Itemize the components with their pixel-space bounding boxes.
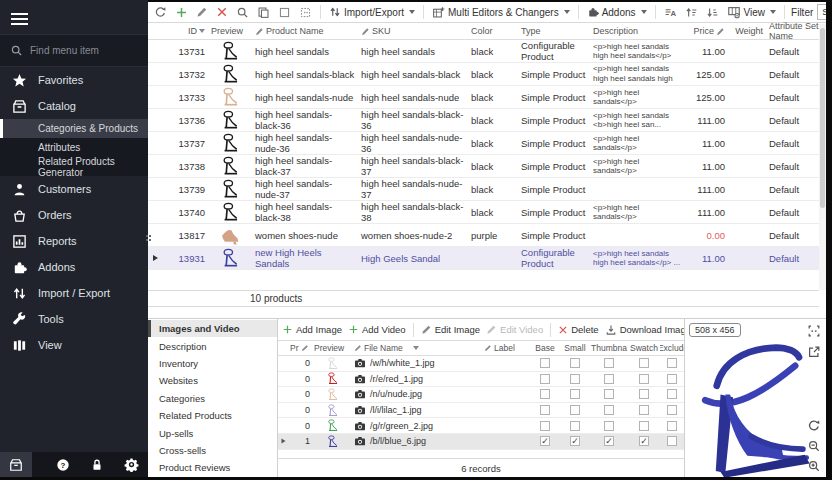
cell-price[interactable]: 11.00 <box>686 161 728 172</box>
actual-size-icon[interactable] <box>807 324 821 338</box>
add-product-button[interactable] <box>173 5 190 20</box>
store-icon[interactable] <box>0 452 32 477</box>
category-filter-select[interactable]: Show products from selected categories <box>817 4 826 20</box>
row-expander[interactable] <box>148 255 162 261</box>
cell-file-name[interactable]: /b/l/blue_6.jpg <box>352 436 482 446</box>
settings-gear-icon[interactable] <box>114 457 148 472</box>
column-swatch[interactable]: Swatch <box>628 343 660 353</box>
cell-sku[interactable]: high heel sandals-nude <box>358 92 468 103</box>
cell-priority[interactable]: 0 <box>288 374 312 384</box>
column-sku[interactable]: SKU <box>358 26 468 36</box>
swatch-checkbox[interactable] <box>639 389 649 399</box>
swatch-checkbox[interactable]: ✓ <box>639 436 649 446</box>
cell-sku[interactable]: high heel sandals-black-38 <box>358 201 468 223</box>
base-checkbox[interactable] <box>540 389 550 399</box>
cell-file-name[interactable]: /w/h/white_1.jpg <box>352 358 482 368</box>
column-base[interactable]: Base <box>530 343 560 353</box>
exclude-checkbox[interactable] <box>667 358 677 368</box>
swatch-checkbox[interactable] <box>639 358 649 368</box>
image-row[interactable]: 0 /g/r/green_2.jpg <box>278 418 684 434</box>
product-row[interactable]: 13931 new High Heels Sandals High Geels … <box>148 247 826 270</box>
sidebar-subitem-related-products-generator[interactable]: Related Products Generator <box>0 157 148 176</box>
import-export-dropdown[interactable]: Import/Export <box>327 5 417 19</box>
hamburger-menu-button[interactable] <box>0 0 148 34</box>
row-expander[interactable] <box>278 438 288 444</box>
add-video-button[interactable]: Add Video <box>347 323 407 336</box>
expand-rows-button[interactable] <box>683 5 700 20</box>
cell-sku[interactable]: high heel sandals-black-36 <box>358 109 468 131</box>
small-checkbox[interactable]: ✓ <box>570 436 580 446</box>
product-row[interactable]: 13740 high heel sandals-black-38 high he… <box>148 201 826 224</box>
tab-description[interactable]: Description <box>148 337 277 354</box>
sidebar-item-customers[interactable]: Customers <box>0 176 148 202</box>
tab-related-products[interactable]: Related Products <box>148 407 277 424</box>
thumbnail-checkbox[interactable] <box>604 421 614 431</box>
base-checkbox[interactable] <box>540 421 550 431</box>
sidebar-item-catalog[interactable]: Catalog <box>0 93 148 119</box>
cell-price[interactable]: 125.00 <box>686 92 728 103</box>
cell-price[interactable]: 11.00 <box>686 253 728 264</box>
cell-priority[interactable]: 1 <box>288 436 312 446</box>
image-row[interactable]: 0 /r/e/red_1.jpg <box>278 372 684 388</box>
sidebar-item-addons[interactable]: Addons <box>0 254 148 280</box>
cell-sku[interactable]: high heel sandals-black <box>358 69 468 80</box>
collapse-rows-button[interactable] <box>704 5 721 20</box>
cell-product-name[interactable]: women shoes-nude <box>252 230 358 241</box>
edit-product-button[interactable] <box>194 5 210 19</box>
product-grid-scrollbar[interactable] <box>819 24 826 290</box>
small-checkbox[interactable] <box>570 389 580 399</box>
cell-product-name[interactable]: high heel sandals-nude-37 <box>252 178 358 200</box>
cell-sku[interactable]: high heel sandals-nude-36 <box>358 132 468 154</box>
cell-priority[interactable]: 0 <box>288 405 312 415</box>
cell-file-name[interactable]: /l/i/lilac_1.jpg <box>352 405 482 415</box>
column-exclude[interactable]: Exclude <box>660 343 684 353</box>
cell-price[interactable]: 111.00 <box>686 184 728 195</box>
cell-price[interactable]: 111.00 <box>686 207 728 218</box>
column-description[interactable]: Description <box>590 26 686 36</box>
help-icon[interactable] <box>46 458 80 472</box>
cell-product-name[interactable]: high heel sandals-black-37 <box>252 155 358 177</box>
paste-special-button[interactable] <box>297 5 314 20</box>
sidebar-item-import-export[interactable]: Import / Export <box>0 280 148 306</box>
product-row[interactable]: 13733 high heel sandals-nude high heel s… <box>148 86 826 109</box>
column-thumbnail[interactable]: Thumbna <box>590 343 628 353</box>
thumbnail-checkbox[interactable] <box>604 405 614 415</box>
column-id[interactable]: ID <box>162 26 208 36</box>
delete-product-button[interactable] <box>214 5 230 19</box>
sidebar-subitem-attributes[interactable]: Attributes <box>0 138 148 157</box>
cell-priority[interactable]: 0 <box>288 389 312 399</box>
autosize-columns-button[interactable] <box>662 5 679 20</box>
menu-search-input[interactable] <box>30 45 130 56</box>
column-attribute-set[interactable]: Attribute Set Name <box>766 21 826 41</box>
column-pr[interactable]: Pr <box>288 343 312 353</box>
cell-price[interactable]: 11.00 <box>686 138 728 149</box>
tab-inventory[interactable]: Inventory <box>148 355 277 372</box>
cell-price[interactable]: 11.00 <box>686 46 728 57</box>
image-row[interactable]: 0 /l/i/lilac_1.jpg <box>278 403 684 419</box>
column-weight[interactable]: Weight <box>728 26 766 36</box>
tab-images-and-video[interactable]: Images and Video <box>148 320 277 337</box>
small-checkbox[interactable] <box>570 405 580 415</box>
small-checkbox[interactable] <box>570 421 580 431</box>
multi-editors-dropdown[interactable]: Multi Editors & Changers <box>430 5 572 20</box>
select-button[interactable] <box>276 5 293 20</box>
cell-product-name[interactable]: high heel sandals-black-36 <box>252 109 358 131</box>
thumbnail-checkbox[interactable] <box>604 389 614 399</box>
sidebar-item-orders[interactable]: Orders <box>0 202 148 228</box>
product-row[interactable]: 13731 high heel sandals high heel sandal… <box>148 40 826 63</box>
zoom-in-icon[interactable] <box>807 459 821 473</box>
product-row[interactable]: 13738 high heel sandals-black-37 high he… <box>148 155 826 178</box>
exclude-checkbox[interactable] <box>667 436 677 446</box>
image-row[interactable]: 1 /b/l/blue_6.jpg ✓ ✓ ✓ ✓ <box>278 434 684 450</box>
add-image-button[interactable]: Add Image <box>281 323 343 336</box>
cell-price[interactable]: 111.00 <box>686 115 728 126</box>
base-checkbox[interactable]: ✓ <box>540 436 550 446</box>
duplicate-button[interactable] <box>255 5 272 20</box>
image-row[interactable]: 0 /w/h/white_1.jpg <box>278 356 684 372</box>
base-checkbox[interactable] <box>540 405 550 415</box>
cell-product-name[interactable]: high heel sandals-nude-36 <box>252 132 358 154</box>
tab-product-reviews[interactable]: Product Reviews <box>148 459 277 476</box>
product-row[interactable]: 13739 high heel sandals-nude-37 high hee… <box>148 178 826 201</box>
tab-websites[interactable]: Websites <box>148 372 277 389</box>
tab-categories[interactable]: Categories <box>148 390 277 407</box>
